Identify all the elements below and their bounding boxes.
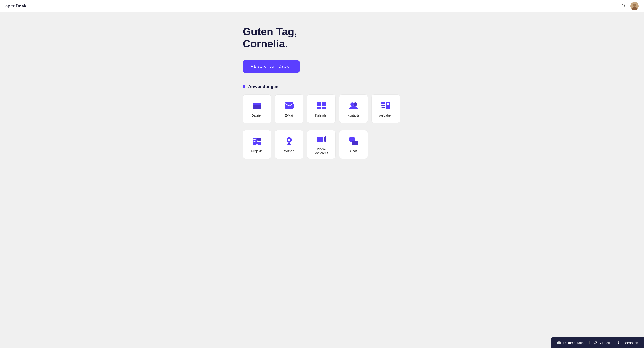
app-label-chat: Chat — [350, 149, 357, 153]
greeting-line1: Guten Tag, — [243, 26, 297, 37]
app-grid-row2: Projekte Wissen — [243, 130, 401, 159]
svg-rect-12 — [381, 102, 385, 104]
calendar-icon — [316, 100, 327, 111]
svg-rect-21 — [258, 142, 262, 145]
logo-desk: Desk — [16, 3, 27, 8]
app-card-kalender[interactable]: Kalender — [307, 94, 336, 123]
svg-rect-13 — [381, 105, 385, 106]
svg-rect-4 — [252, 105, 262, 109]
content-area: Guten Tag, Cornelia. + Erstelle neu in D… — [234, 12, 410, 181]
greeting-heading: Guten Tag, Cornelia. — [243, 25, 401, 50]
avatar[interactable] — [630, 2, 639, 10]
svg-point-1 — [633, 4, 636, 7]
svg-rect-27 — [288, 144, 291, 145]
contacts-icon — [348, 100, 359, 111]
feedback-label: Feedback — [623, 341, 638, 345]
svg-rect-17 — [387, 104, 389, 105]
notification-icon[interactable] — [620, 3, 627, 10]
app-grid-row1: Dateien E-Mail — [243, 94, 401, 127]
svg-point-11 — [354, 102, 357, 106]
app-label-videokonferenz: Video- konferenz — [314, 147, 328, 155]
greeting-line2: Cornelia. — [243, 38, 288, 49]
folder-icon — [252, 100, 262, 111]
section-label: Anwendungen — [248, 84, 278, 89]
feedback-link[interactable]: Feedback — [618, 341, 638, 345]
svg-marker-29 — [324, 136, 326, 142]
app-card-kontakte[interactable]: Kontakte — [339, 94, 368, 123]
app-label-dateien: Dateien — [252, 113, 262, 117]
book-icon: 📖 — [557, 341, 561, 345]
app-label-kontakte: Kontakte — [347, 113, 360, 117]
svg-point-10 — [350, 102, 354, 106]
svg-rect-6 — [317, 102, 321, 106]
dokumentation-label: Dokumentation — [563, 341, 585, 345]
support-icon — [593, 341, 597, 345]
app-card-email[interactable]: E-Mail — [275, 94, 304, 123]
footer-bar: 📖 Dokumentation | Support | Feedback — [551, 338, 644, 348]
svg-point-25 — [288, 139, 290, 141]
svg-rect-8 — [317, 107, 321, 109]
video-icon — [316, 134, 327, 144]
app-label-projekte: Projekte — [251, 149, 262, 153]
applications-section-title: ⠿ Anwendungen — [243, 84, 401, 89]
app-card-dateien[interactable]: Dateien — [243, 94, 271, 123]
email-icon — [284, 100, 294, 111]
app-label-kalender: Kalender — [315, 113, 328, 117]
app-label-wissen: Wissen — [284, 149, 294, 153]
chat-icon — [348, 136, 359, 146]
logo[interactable]: openDesk — [5, 3, 26, 8]
header-right — [620, 2, 639, 10]
svg-rect-16 — [387, 103, 389, 103]
app-card-aufgaben[interactable]: Aufgaben — [371, 94, 400, 123]
svg-rect-7 — [322, 102, 326, 106]
svg-rect-9 — [322, 107, 326, 109]
footer-divider-2: | — [614, 341, 614, 345]
feedback-icon — [618, 341, 622, 345]
app-card-videokonferenz[interactable]: Video- konferenz — [307, 130, 336, 159]
svg-rect-22 — [254, 139, 256, 140]
tasks-icon — [380, 100, 391, 111]
grid-dots-icon: ⠿ — [243, 84, 246, 89]
knowledge-icon — [284, 136, 294, 146]
svg-rect-14 — [381, 107, 385, 108]
create-new-button[interactable]: + Erstelle neu in Dateien — [243, 60, 300, 73]
app-card-projekte[interactable]: Projekte — [243, 130, 271, 159]
svg-rect-18 — [387, 105, 389, 106]
svg-rect-5 — [285, 102, 294, 109]
app-label-email: E-Mail — [285, 113, 294, 117]
dokumentation-link[interactable]: 📖 Dokumentation — [557, 341, 585, 345]
header: openDesk — [0, 0, 644, 12]
app-card-chat[interactable]: Chat — [339, 130, 368, 159]
support-link[interactable]: Support — [593, 341, 610, 345]
svg-rect-28 — [317, 137, 323, 142]
app-label-aufgaben: Aufgaben — [379, 113, 392, 117]
svg-rect-20 — [258, 138, 262, 141]
projects-icon — [252, 136, 262, 146]
footer-divider-1: | — [589, 341, 590, 345]
app-card-wissen[interactable]: Wissen — [275, 130, 304, 159]
support-label: Support — [598, 341, 610, 345]
main-content: Guten Tag, Cornelia. + Erstelle neu in D… — [0, 0, 644, 348]
svg-rect-23 — [254, 141, 256, 142]
